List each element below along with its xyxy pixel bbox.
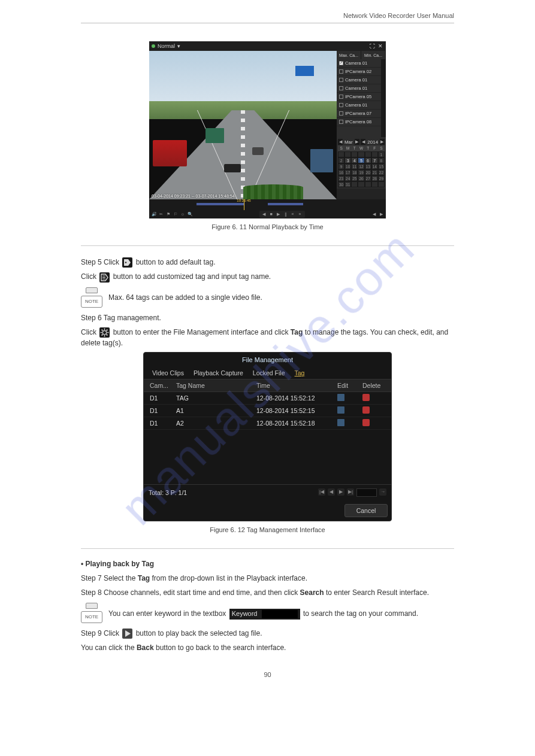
checkbox-icon[interactable] <box>339 78 343 82</box>
keyword-input[interactable] <box>262 610 298 618</box>
edit-icon[interactable] <box>337 394 344 401</box>
calendar-day[interactable]: 20 <box>365 169 371 175</box>
default-tag-icon[interactable]: ⚑ <box>165 211 171 217</box>
calendar-day[interactable]: 9 <box>338 163 344 169</box>
prev-icon[interactable]: ◀ <box>261 211 267 217</box>
calendar-day[interactable]: 3 <box>344 157 351 163</box>
calendar-day[interactable]: 8 <box>378 157 385 163</box>
tab-playback-capture[interactable]: Playback Capture <box>189 367 248 379</box>
prev-month-icon[interactable]: ◀ <box>338 139 343 145</box>
calendar-day[interactable]: 22 <box>378 169 385 175</box>
calendar-day[interactable]: 25 <box>351 175 358 181</box>
calendar-day[interactable]: 23 <box>338 175 344 181</box>
dropdown-icon[interactable]: ▾ <box>177 43 180 49</box>
calendar-day[interactable]: 15 <box>378 163 385 169</box>
cancel-button[interactable]: Cancel <box>344 504 388 517</box>
calendar-day[interactable]: 24 <box>344 175 351 181</box>
calendar-day[interactable] <box>344 151 351 157</box>
calendar-day[interactable]: 4 <box>351 157 358 163</box>
page-input[interactable] <box>356 488 377 497</box>
tab-locked-file[interactable]: Locked File <box>248 367 290 379</box>
calendar-day[interactable]: 18 <box>351 169 358 175</box>
calendar-day[interactable] <box>358 151 364 157</box>
next-month-icon[interactable]: ▶ <box>355 139 359 145</box>
calendar-day[interactable]: 21 <box>371 169 378 175</box>
max-camera-tab[interactable]: Max. Ca... <box>337 51 361 59</box>
calendar-day[interactable]: 5 <box>358 157 364 163</box>
calendar-day[interactable] <box>338 151 344 157</box>
calendar-day[interactable]: 16 <box>338 169 344 175</box>
camera-item[interactable]: Camera 01 <box>337 101 381 110</box>
speed-down-icon[interactable]: « <box>290 211 296 217</box>
speed-up-icon[interactable]: » <box>297 211 303 217</box>
zoom-icon[interactable]: 🔍 <box>187 211 193 217</box>
checkbox-icon[interactable] <box>339 69 343 74</box>
calendar-day[interactable]: 26 <box>358 175 364 181</box>
calendar-day[interactable] <box>371 181 378 187</box>
file-management-icon[interactable]: ☼ <box>180 211 186 217</box>
camera-item[interactable]: IPCamera 07 <box>337 110 381 118</box>
camera-item[interactable]: IPCamera 08 <box>337 118 381 126</box>
camera-item[interactable]: Camera 01 <box>337 84 381 93</box>
scrollbar[interactable] <box>381 59 386 137</box>
prev-year-icon[interactable]: ◀ <box>361 139 365 145</box>
next-page-icon[interactable]: ▶ <box>337 488 344 496</box>
calendar-day[interactable] <box>371 151 378 157</box>
calendar-day[interactable]: 19 <box>358 169 364 175</box>
first-page-icon[interactable]: |◀ <box>318 488 325 496</box>
calendar-day[interactable] <box>365 181 371 187</box>
calendar-day[interactable]: 28 <box>371 175 378 181</box>
tab-video-clips[interactable]: Video Clips <box>147 367 189 379</box>
camera-item[interactable]: Camera 01 <box>337 76 381 84</box>
playback-timeline[interactable]: 10:26:45 <box>149 199 386 210</box>
checkbox-icon[interactable] <box>339 61 343 65</box>
goto-page-icon[interactable]: → <box>379 488 386 496</box>
min-camera-tab[interactable]: Min. Ca... <box>361 51 386 59</box>
delete-icon[interactable] <box>362 419 370 426</box>
close-icon[interactable]: ✕ <box>377 43 383 49</box>
pause-icon[interactable]: ‖ <box>283 211 289 217</box>
playback-mode[interactable]: Normal <box>158 43 175 49</box>
calendar-day[interactable]: 7 <box>371 157 378 163</box>
calendar-day[interactable]: 2 <box>338 157 344 163</box>
calendar-day[interactable] <box>378 181 385 187</box>
tab-tag[interactable]: Tag <box>290 367 310 379</box>
delete-icon[interactable] <box>362 406 370 414</box>
checkbox-icon[interactable] <box>339 111 343 116</box>
clip-icon[interactable]: ✂ <box>158 211 164 217</box>
stop-icon[interactable]: ■ <box>268 211 274 217</box>
calendar-day[interactable]: 10 <box>344 163 351 169</box>
camera-item[interactable]: Camera 01 <box>337 59 381 68</box>
camera-item[interactable]: IPCamera 02 <box>337 68 381 76</box>
calendar-day[interactable] <box>351 181 358 187</box>
calendar-day[interactable]: 6 <box>365 157 371 163</box>
next-year-icon[interactable]: ▶ <box>380 139 385 145</box>
calendar-day[interactable]: 30 <box>338 181 344 187</box>
camera-item[interactable]: IPCamera 05 <box>337 93 381 101</box>
timeline-prev-icon[interactable]: ◀ <box>371 211 377 217</box>
calendar-day[interactable]: 12 <box>358 163 364 169</box>
checkbox-icon[interactable] <box>339 120 343 124</box>
audio-icon[interactable]: 🔊 <box>151 211 157 217</box>
checkbox-icon[interactable] <box>339 86 343 90</box>
calendar-day[interactable]: 17 <box>344 169 351 175</box>
last-page-icon[interactable]: ▶| <box>347 488 354 496</box>
calendar-day[interactable]: 31 <box>344 181 351 187</box>
calendar-day[interactable] <box>351 151 358 157</box>
checkbox-icon[interactable] <box>339 103 343 107</box>
custom-tag-icon[interactable]: ⚐ <box>173 211 179 217</box>
edit-icon[interactable] <box>337 406 344 414</box>
delete-icon[interactable] <box>362 394 370 401</box>
calendar-day[interactable] <box>358 181 364 187</box>
calendar-day[interactable] <box>365 151 371 157</box>
edit-icon[interactable] <box>337 419 344 426</box>
checkbox-icon[interactable] <box>339 95 343 99</box>
calendar-day[interactable]: 11 <box>351 163 358 169</box>
prev-page-icon[interactable]: ◀ <box>328 488 335 496</box>
timeline-next-icon[interactable]: ▶ <box>378 211 384 217</box>
calendar-day[interactable]: 29 <box>378 175 385 181</box>
play-icon[interactable]: ▶ <box>276 211 282 217</box>
calendar-day[interactable]: 13 <box>365 163 371 169</box>
maximize-icon[interactable]: ⛶ <box>369 43 375 49</box>
calendar-day[interactable]: 14 <box>371 163 378 169</box>
